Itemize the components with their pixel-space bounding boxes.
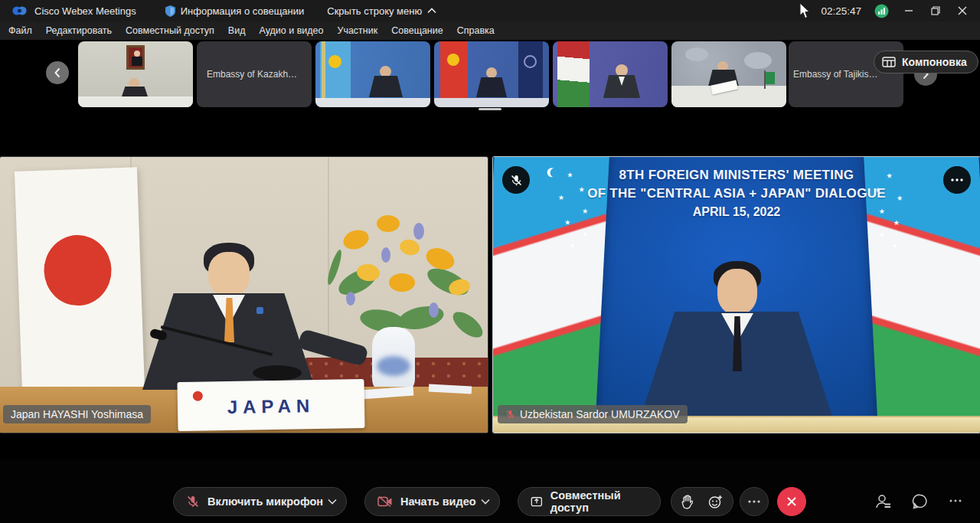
name-tag-japan: Japan HAYASHI Yoshimasa [3, 405, 151, 423]
chevron-down-icon [328, 498, 337, 505]
muted-indicator-chip [502, 166, 530, 194]
unmute-label: Включить микрофон [207, 495, 323, 508]
grid-icon [882, 57, 896, 67]
menu-audio-video[interactable]: Аудио и видео [252, 21, 330, 40]
restore-button[interactable] [929, 4, 942, 18]
menu-share[interactable]: Совместный доступ [119, 21, 221, 40]
mouse-cursor [799, 3, 811, 19]
webex-window: Cisco Webex Meetings Информация о совеща… [0, 0, 980, 523]
menu-file[interactable]: Файл [2, 21, 39, 40]
layout-button[interactable]: Компоновка [874, 51, 978, 74]
participant-name-label: Embassy of Tajikistan [789, 69, 884, 80]
ellipsis-icon [748, 500, 760, 503]
hide-menu-button[interactable]: Скрыть строку меню [327, 5, 436, 17]
desk-plate-label: JAPAN [178, 394, 364, 419]
menu-view[interactable]: Вид [221, 21, 253, 40]
share-screen-icon [531, 495, 543, 508]
leave-meeting-button[interactable] [777, 487, 806, 516]
participant-thumbnail-2[interactable]: Embassy of Kazakhstan [197, 41, 312, 107]
active-speaker-indicator [479, 108, 501, 110]
start-video-button[interactable]: Начать видео [364, 487, 500, 516]
unmute-button[interactable]: Включить микрофон [173, 487, 347, 516]
participant-filmstrip: Embassy of Kazakhstan [0, 40, 980, 113]
mic-off-icon [510, 174, 523, 187]
mic-off-icon [186, 494, 200, 509]
audio-options-chevron[interactable] [328, 498, 337, 505]
share-label: Совместный доступ [550, 489, 648, 514]
connection-quality-icon[interactable] [874, 4, 889, 18]
reactions-button[interactable] [708, 495, 723, 509]
chat-panel-button[interactable] [912, 493, 929, 510]
lapel-pin [256, 307, 263, 314]
video-options-button[interactable] [943, 166, 971, 194]
video-options-chevron[interactable] [481, 498, 490, 505]
video-feed-uzbekistan[interactable]: 8TH FOREIGN MINISTERS' MEETING OF THE "C… [493, 157, 980, 433]
share-content-button[interactable]: Совместный доступ [518, 487, 661, 516]
hide-menu-label: Скрыть строку меню [327, 5, 422, 17]
participant-thumbnail-4[interactable] [434, 41, 549, 107]
menu-participant[interactable]: Участник [330, 21, 384, 40]
app-title: Cisco Webex Meetings [34, 5, 136, 17]
name-tag-uzbekistan: Uzbekistan Sardor UMURZAKOV [498, 405, 688, 423]
participant-thumbnail-3[interactable] [315, 41, 430, 107]
menu-edit[interactable]: Редактировать [39, 21, 119, 40]
meeting-clock: 02:25:47 [821, 5, 861, 17]
layout-button-label: Компоновка [902, 56, 967, 68]
meeting-info-label: Информация о совещании [181, 5, 305, 17]
smiley-plus-icon [708, 495, 723, 509]
meeting-info-button[interactable]: Информация о совещании [165, 5, 305, 17]
filmstrip-scroll-left-button[interactable] [46, 61, 69, 84]
raise-hand-icon [681, 495, 693, 509]
start-video-label: Начать видео [400, 495, 476, 508]
participant-thumbnail-1[interactable] [78, 41, 193, 107]
ellipsis-icon [951, 178, 963, 181]
webex-logo [12, 5, 28, 16]
title-bar: Cisco Webex Meetings Информация о совеща… [0, 0, 980, 21]
main-stage: JAPAN Japan HAYASHI Yoshimasa 8TH FOREIG… [0, 113, 980, 459]
shield-icon [165, 5, 175, 17]
video-feed-japan[interactable]: JAPAN Japan HAYASHI Yoshimasa [0, 157, 488, 433]
chevron-down-icon [481, 498, 490, 505]
chevron-up-icon [427, 8, 436, 14]
japan-desk-plate: JAPAN [177, 379, 364, 431]
participants-icon [874, 493, 892, 510]
control-bar: Включить микрофон Начать видео [0, 459, 980, 523]
menu-meeting[interactable]: Совещание [384, 21, 450, 40]
tajikistan-flag [557, 41, 590, 107]
turkmenistan-desk-flag [766, 72, 775, 84]
wall-portrait [126, 45, 145, 70]
menu-help[interactable]: Справка [450, 21, 501, 40]
camera-off-icon [377, 495, 393, 508]
participants-panel-button[interactable] [874, 493, 892, 510]
close-button[interactable] [956, 4, 969, 18]
ellipsis-icon [949, 499, 962, 502]
raise-hand-button[interactable] [681, 495, 693, 509]
participant-thumbnail-5[interactable] [553, 41, 668, 107]
menu-bar: Файл Редактировать Совместный доступ Вид… [0, 21, 980, 40]
more-options-button[interactable] [740, 487, 769, 516]
backdrop-banner: 8TH FOREIGN MINISTERS' MEETING OF THE "C… [530, 166, 943, 221]
close-x-icon [786, 496, 797, 507]
participant-name-label: Embassy of Kazakhstan [202, 69, 306, 80]
participant-thumbnail-6[interactable] [671, 41, 786, 107]
reactions-pill [671, 487, 733, 516]
vase [372, 327, 415, 394]
japan-flag [15, 167, 145, 394]
more-panels-button[interactable] [949, 499, 962, 502]
minimize-button[interactable] [902, 4, 916, 18]
chat-bubble-icon [912, 493, 929, 510]
mic-off-icon [505, 409, 515, 420]
